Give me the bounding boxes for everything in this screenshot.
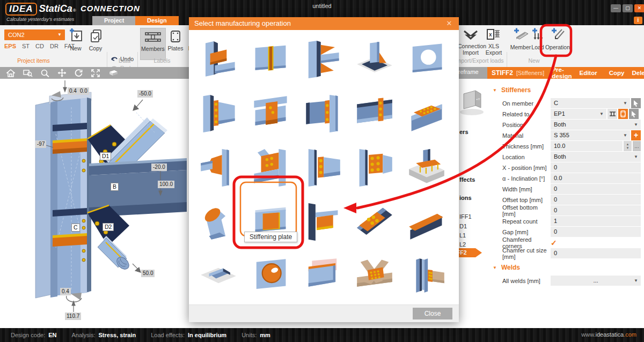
home-icon[interactable] [6, 69, 15, 77]
beam-reference-toggle[interactable] [608, 109, 617, 119]
website-link[interactable]: www.ideastatica.com [581, 331, 636, 338]
labels-plates-toggle[interactable]: Plates [166, 28, 185, 51]
thickness-stepper[interactable]: ▲▼ [624, 141, 632, 151]
tree-item-l2[interactable]: L2 [459, 241, 466, 248]
operation-thumb-cleat[interactable] [246, 88, 295, 139]
operation-thumb-bend[interactable] [194, 197, 243, 247]
offset-bottom-input[interactable]: 0 [551, 205, 641, 215]
tree-item-d1[interactable]: D1 [459, 223, 467, 229]
width-input[interactable]: 0 [551, 184, 641, 194]
add-material-button[interactable]: + [631, 130, 641, 140]
related-to-value: EP1 [554, 110, 565, 117]
chamfer-cut-size-input[interactable]: 0 [551, 248, 641, 258]
design-code-value: EN [48, 332, 56, 338]
connection-import-button[interactable]: Connection Import [458, 28, 484, 56]
on-member-dropdown[interactable]: C▼ [551, 98, 630, 108]
operation-thumb-cut-of-member[interactable] [194, 34, 243, 85]
delete-operation-button[interactable]: Delete [632, 70, 644, 76]
editor-button[interactable]: Editor [579, 70, 597, 76]
project-item-selector[interactable]: CON2 ▼ [4, 29, 65, 40]
operation-thumb-end-plate[interactable] [194, 88, 243, 139]
operation-thumb-channel-cap[interactable] [298, 251, 347, 301]
xls-export-button[interactable]: x XLS Export [483, 28, 504, 56]
solid-view-icon[interactable] [108, 69, 119, 77]
tab-project[interactable]: Project [92, 16, 136, 25]
section-welds[interactable]: ▼ Welds [493, 264, 644, 271]
info-button[interactable]: i [634, 17, 642, 24]
mode-cd[interactable]: CD [35, 43, 44, 49]
maximize-button[interactable]: ▢ [623, 4, 633, 12]
zoom-icon[interactable] [41, 69, 49, 77]
position-dropdown[interactable]: Both▼ [551, 120, 641, 130]
tab-design[interactable]: Design [135, 16, 179, 25]
section-stiffeners[interactable]: ▼ Stiffeners [493, 86, 644, 94]
prop-row-related-to: Related to EP1▼ [502, 109, 641, 119]
pick-member-button[interactable] [631, 98, 641, 108]
zoom-window-icon[interactable] [23, 69, 33, 77]
operation-thumb-stiffener[interactable] [246, 34, 295, 85]
rotate-icon[interactable] [75, 69, 83, 77]
operation-thumb-bracket[interactable] [298, 197, 347, 247]
operation-thumb-timber-gusset[interactable] [350, 251, 399, 301]
all-welds-dropdown[interactable]: ...▼ [551, 276, 641, 286]
copy-operation-button[interactable]: Copy [609, 70, 625, 76]
material-dropdown[interactable]: S 355▼ [551, 130, 630, 140]
operation-thumb-opening[interactable] [402, 34, 451, 85]
minimize-button[interactable]: — [611, 4, 621, 12]
inclination-input[interactable]: 0.0 [551, 173, 641, 183]
prop-row-chamfer-cut-size: Chamfer cut size [mm] 0 [502, 248, 641, 258]
operation-thumb-splice-plate[interactable] [350, 88, 399, 139]
tree-item-load-effects-fragment[interactable]: ffects [459, 176, 475, 183]
plate-icon [620, 110, 626, 117]
predesign-button[interactable]: Pre-design [552, 66, 572, 79]
operation-thumb-fin-plate[interactable] [298, 88, 347, 139]
copy-button[interactable]: Copy [86, 28, 105, 51]
gap-input[interactable]: 0 [551, 227, 641, 237]
operation-thumb-base-plate[interactable] [350, 34, 399, 85]
dialog-close-icon[interactable]: ✕ [444, 17, 455, 30]
prop-label: Offset top [mm] [502, 197, 551, 203]
thickness-more-button[interactable]: ... [633, 141, 641, 151]
operation-thumb-cover-plate-bolted[interactable] [402, 88, 451, 139]
x-position-input[interactable]: 0 [551, 162, 641, 173]
mode-st[interactable]: ST [22, 43, 30, 49]
operation-thumb-bolted-diagonal-plate[interactable] [350, 197, 399, 247]
prop-label: Material [502, 132, 551, 139]
fit-view-icon[interactable] [91, 69, 100, 77]
view-cube-icon[interactable]: +Y [458, 88, 485, 116]
members-label: Members [141, 46, 165, 52]
mode-eps[interactable]: EPS [4, 43, 16, 49]
operation-thumb-anchoring[interactable] [402, 143, 451, 193]
labels-members-toggle[interactable]: Members [140, 28, 166, 60]
close-button[interactable]: ✕ [634, 4, 644, 12]
repeat-count-input[interactable]: 1 [551, 216, 641, 226]
product-name: CONNECTION [80, 4, 140, 13]
pick-plate-button[interactable] [629, 109, 639, 119]
tree-item-l1[interactable]: L1 [459, 232, 466, 239]
tree-item-members-fragment[interactable]: ers [459, 129, 469, 135]
operation-thumb-timber-connection[interactable] [402, 251, 451, 301]
operation-thumb-gusset-tube[interactable] [194, 143, 243, 193]
operation-thumb-widener[interactable] [298, 34, 347, 85]
operation-thumb-tube-opening[interactable] [246, 251, 295, 301]
new-operation-button[interactable]: Operation [545, 28, 570, 50]
related-to-dropdown[interactable]: EP1▼ [551, 109, 606, 119]
operation-thumb-embedded-plate[interactable] [194, 251, 243, 301]
operation-thumb-gusset-diagonal[interactable] [246, 143, 295, 193]
dialog-close-button[interactable]: Close [413, 308, 452, 319]
tree-item-operations-fragment[interactable]: ions [459, 195, 472, 201]
offset-top-input[interactable]: 0 [551, 195, 641, 205]
website-tld: .com [624, 331, 636, 338]
tree-item-stiff1-fragment[interactable]: IFF1 [459, 213, 472, 220]
operation-thumb-cover-plate[interactable] [402, 197, 451, 247]
chamfered-corners-checkbox[interactable]: ✓ [551, 239, 557, 247]
plate-reference-toggle[interactable] [618, 109, 628, 119]
pan-icon[interactable] [57, 69, 67, 77]
new-button[interactable]: New [66, 28, 85, 51]
thickness-input[interactable]: 10.0 [551, 141, 623, 151]
mode-dr[interactable]: DR [50, 43, 58, 49]
operation-thumb-connecting-plate[interactable] [350, 143, 399, 193]
operation-thumb-fin-plate-bolted[interactable] [298, 143, 347, 193]
location-dropdown[interactable]: Both▼ [551, 152, 641, 162]
beam-icon [609, 111, 616, 117]
